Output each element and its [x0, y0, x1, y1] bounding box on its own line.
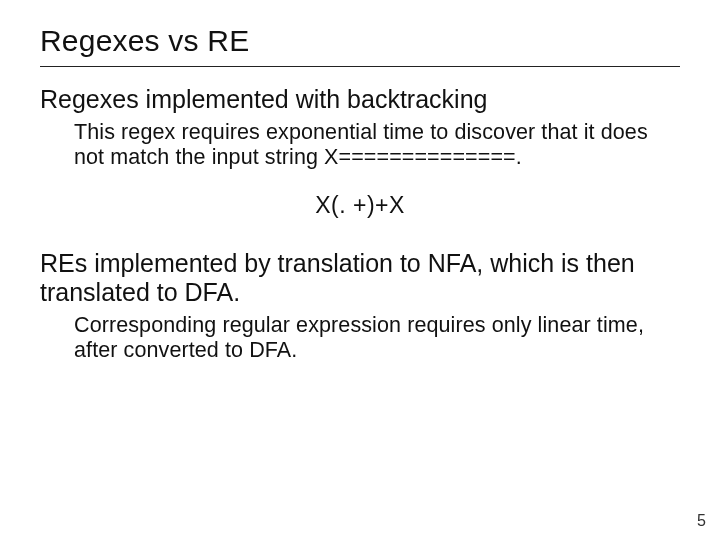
title-rule	[40, 66, 680, 67]
slide: Regexes vs RE Regexes implemented with b…	[0, 0, 720, 540]
slide-title: Regexes vs RE	[40, 24, 680, 58]
section-heading-2: REs implemented by translation to NFA, w…	[40, 249, 680, 307]
page-number: 5	[697, 512, 706, 530]
section-body-2: Corresponding regular expression require…	[74, 313, 680, 364]
section-body-1: This regex requires exponential time to …	[74, 120, 680, 171]
regex-example: X(. +)+X	[40, 192, 680, 219]
section-heading-1: Regexes implemented with backtracking	[40, 85, 680, 114]
